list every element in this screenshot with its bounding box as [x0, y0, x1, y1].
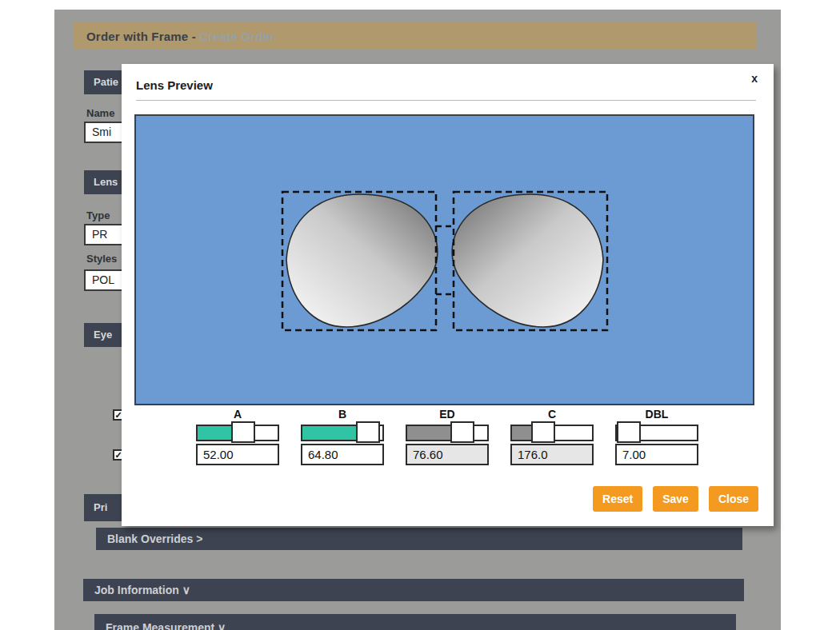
blank-overrides-bar[interactable]: Blank Overrides > [96, 528, 742, 550]
slider-fill-a [198, 426, 232, 440]
slider-value-input-dbl[interactable] [615, 444, 698, 465]
slider-group-c: C [510, 408, 594, 472]
left-lens-shape [286, 194, 438, 327]
slider-thumb-a[interactable] [231, 421, 255, 443]
slider-value-input-b[interactable] [301, 444, 384, 465]
slider-value-input-c[interactable] [510, 444, 594, 465]
slider-label-c: C [510, 408, 594, 422]
slider-label-ed: ED [406, 408, 489, 422]
slider-group-a: A [196, 408, 279, 472]
close-icon[interactable]: x [751, 72, 758, 85]
slider-track-ed[interactable] [406, 425, 489, 441]
slider-thumb-c[interactable] [531, 421, 555, 443]
lens-preview-dialog: Lens Preview x [122, 64, 774, 526]
frame-measurement-bar[interactable]: Frame Measurement ∨ [94, 614, 736, 630]
measurement-sliders-row: ABEDCDBL [196, 408, 698, 472]
slider-fill-c [512, 426, 532, 440]
close-button[interactable]: Close [709, 486, 758, 512]
slider-group-dbl: DBL [615, 408, 698, 472]
dialog-title: Lens Preview [136, 78, 213, 92]
slider-fill-ed [407, 426, 451, 440]
dialog-buttons: ResetSaveClose [593, 486, 758, 512]
lens-preview-drawing [136, 116, 753, 404]
name-label: Name [86, 107, 114, 119]
slider-track-b[interactable] [301, 425, 384, 441]
slider-label-b: B [301, 408, 384, 422]
slider-group-ed: ED [406, 408, 489, 472]
styles-label: Styles [86, 253, 117, 265]
save-button[interactable]: Save [653, 486, 698, 512]
slider-value-input-ed[interactable] [406, 444, 489, 465]
screen: Order with Frame - Create Order Patie Na… [0, 0, 840, 630]
page-title-bar: Order with Frame - Create Order [74, 22, 756, 50]
slider-label-a: A [196, 408, 279, 422]
lens-preview-canvas [134, 114, 754, 405]
page-title: Order with Frame - [86, 30, 199, 43]
slider-track-c[interactable] [510, 425, 594, 441]
slider-thumb-b[interactable] [356, 421, 380, 443]
title-divider [136, 100, 756, 101]
right-lens-shape [452, 194, 603, 327]
slider-fill-b [302, 426, 357, 440]
slider-group-b: B [301, 408, 384, 472]
job-information-bar[interactable]: Job Information ∨ [83, 579, 744, 601]
type-label: Type [86, 209, 110, 221]
slider-track-a[interactable] [196, 425, 279, 441]
slider-thumb-dbl[interactable] [617, 421, 641, 443]
slider-label-dbl: DBL [615, 408, 698, 422]
page-subtitle: Create Order [199, 30, 274, 43]
slider-value-input-a[interactable] [196, 444, 279, 465]
slider-track-dbl[interactable] [615, 425, 698, 441]
reset-button[interactable]: Reset [593, 486, 642, 512]
slider-thumb-ed[interactable] [450, 421, 474, 443]
